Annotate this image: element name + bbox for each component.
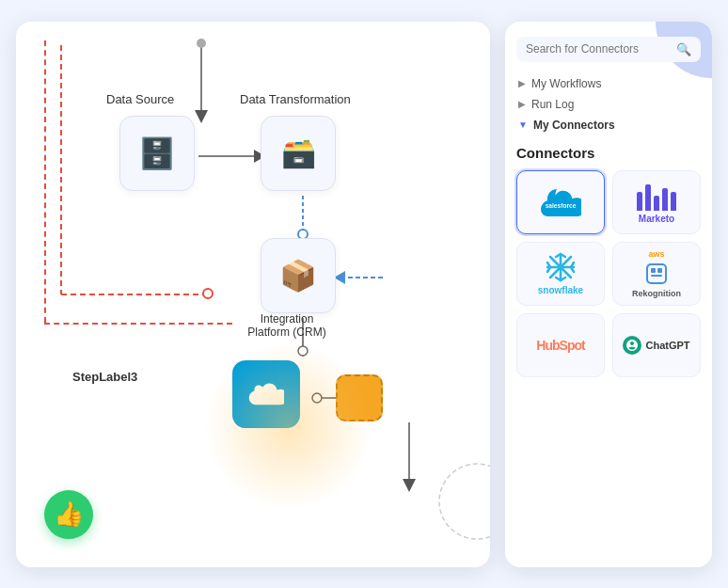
label-transform: Data Transformation (240, 92, 351, 106)
node-datasource[interactable]: 🗄️ (119, 116, 195, 191)
red-connector-dot (202, 288, 214, 299)
label-steplabel: StepLabel3 (72, 370, 137, 384)
thumbs-up-badge: 👍 (44, 490, 93, 539)
chatgpt-svg (625, 339, 639, 352)
chatgpt-icon (623, 336, 641, 355)
salesforce-cloud-icon (248, 382, 284, 406)
marketo-label: Marketo (639, 214, 674, 224)
canvas-area: Data Source Data Transformation 🗄️ 🗃️ 📦 … (16, 22, 490, 567)
salesforce-cloud-svg: salesforce (540, 188, 581, 216)
connectors-title: Connectors (516, 145, 701, 161)
svg-rect-33 (651, 268, 656, 273)
node-orange[interactable] (336, 374, 383, 421)
snowflake-icon (546, 252, 576, 282)
node-transform[interactable]: 🗃️ (261, 116, 336, 191)
connectors-grid: salesforce Marketo (516, 170, 701, 377)
node-salesforce[interactable] (232, 360, 300, 428)
nav-arrow-runlog: ▶ (518, 99, 526, 109)
nav-item-runlog[interactable]: ▶ Run Log (518, 94, 699, 115)
connector-card-hubspot[interactable]: HubSpot (516, 313, 605, 377)
rekognition-icon (643, 261, 670, 287)
rekognition-label: Rekognition (632, 289, 681, 298)
transform-icon: 🗃️ (281, 136, 316, 169)
nav-item-workflows[interactable]: ▶ My Workflows (518, 73, 699, 94)
label-crm: Integration Platform (CRM) (240, 299, 334, 339)
nav-arrow-connectors: ▼ (518, 119, 528, 130)
svg-marker-3 (195, 110, 208, 123)
svg-point-13 (312, 393, 322, 403)
right-panel: 🔍 ▶ My Workflows ▶ Run Log ▼ My Connecto… (505, 22, 712, 567)
connector-card-rekognition[interactable]: aws Rekognition (612, 242, 701, 306)
label-datasource: Data Source (106, 92, 174, 106)
cube-icon: 📦 (279, 258, 317, 294)
svg-point-23 (558, 264, 563, 270)
connectors-section: Connectors salesforce (505, 139, 712, 389)
svg-rect-32 (647, 264, 666, 283)
aws-label: aws (648, 249, 664, 259)
connector-card-salesforce[interactable]: salesforce (516, 170, 605, 234)
nav-arrow-workflows: ▶ (518, 78, 526, 88)
search-input[interactable] (526, 42, 676, 56)
chatgpt-logo: ChatGPT (623, 336, 689, 355)
svg-text:salesforce: salesforce (546, 202, 577, 209)
svg-rect-35 (651, 275, 662, 277)
connector-card-chatgpt[interactable]: ChatGPT (612, 313, 701, 377)
nav-item-connectors[interactable]: ▼ My Connectors (518, 115, 699, 135)
top-dot (197, 39, 206, 48)
search-icon: 🔍 (676, 42, 691, 56)
svg-marker-16 (403, 479, 416, 492)
hubspot-logo: HubSpot (536, 337, 584, 353)
salesforce-node-inner (232, 360, 300, 428)
panel-nav: ▶ My Workflows ▶ Run Log ▼ My Connectors (505, 70, 712, 139)
svg-point-11 (298, 346, 308, 356)
connector-card-snowflake[interactable]: snowflake (516, 242, 605, 306)
snowflake-label: snowflake (538, 285, 583, 295)
marketo-logo (637, 181, 676, 211)
panel-search-bar[interactable]: 🔍 (516, 37, 701, 62)
svg-rect-34 (657, 268, 662, 273)
connector-card-marketo[interactable]: Marketo (612, 170, 701, 234)
database-icon: 🗄️ (138, 135, 176, 171)
svg-point-17 (439, 464, 490, 539)
main-container: Data Source Data Transformation 🗄️ 🗃️ 📦 … (16, 22, 712, 567)
salesforce-logo: salesforce (540, 188, 581, 216)
